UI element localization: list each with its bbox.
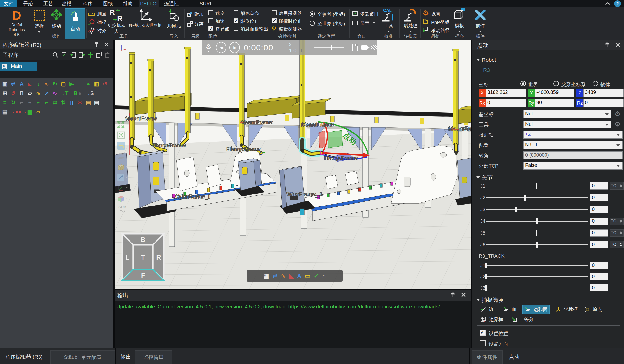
help-icon[interactable]: ?: [614, 0, 621, 7]
detach-button[interactable]: 分离: [187, 21, 193, 28]
editor-toolbar-icon[interactable]: ⌐: [43, 99, 50, 106]
swap-robot-button[interactable]: R R 更换机器人: [106, 8, 127, 34]
pin-icon[interactable]: [604, 42, 610, 47]
joint-slider[interactable]: [486, 265, 588, 266]
move-path-button[interactable]: 移动路径: [431, 27, 450, 34]
sub-tool[interactable]: SUB: [117, 205, 128, 216]
approach-axis-select[interactable]: +Z: [523, 131, 623, 139]
delete-icon[interactable]: [104, 52, 110, 58]
joint-slider[interactable]: [486, 276, 588, 277]
settings-button[interactable]: 设置: [431, 11, 441, 17]
menu-drawing[interactable]: 图纸: [102, 0, 114, 7]
joint-value-input[interactable]: 0: [590, 241, 608, 248]
set-position-checkbox[interactable]: [480, 330, 486, 336]
joint-slider-handle[interactable]: [485, 285, 487, 291]
menu-start[interactable]: 开始: [22, 0, 34, 7]
speed-multiplier[interactable]: x 1.0: [289, 41, 300, 54]
snap-section-header[interactable]: 捕捉选项: [476, 296, 503, 304]
joint-slider-handle[interactable]: [536, 219, 538, 224]
move-robot-world-button[interactable]: 移动机器人世界框: [129, 8, 162, 28]
menu-program[interactable]: 程序: [82, 0, 93, 7]
editor-toolbar-icon[interactable]: ↓: [35, 80, 42, 88]
y-input[interactable]: -4020.859: [535, 89, 574, 97]
editor-toolbar-icon[interactable]: ▤: [85, 99, 92, 106]
stop-on-collision-checkbox[interactable]: [272, 18, 277, 23]
joint-slider-handle[interactable]: [524, 195, 526, 201]
calibration-tools-button[interactable]: CAL 工具: [381, 8, 396, 33]
render-mode-icon[interactable]: [371, 45, 377, 50]
external-tcp-select[interactable]: False: [523, 162, 623, 169]
checklist-icon[interactable]: [61, 52, 67, 58]
menu-connectivity[interactable]: 连通性: [163, 0, 180, 7]
joint-slider[interactable]: [486, 186, 588, 186]
accel-checkbox[interactable]: [208, 18, 213, 23]
viewport-tool-icon[interactable]: ⌂: [322, 273, 326, 279]
tab-component-properties[interactable]: 组件属性: [472, 350, 503, 364]
coord-parent-radio[interactable]: [553, 81, 559, 86]
editor-toolbar-icon[interactable]: S: [77, 99, 83, 106]
snap-origin-button[interactable]: 原点: [582, 305, 604, 314]
editor-toolbar-icon[interactable]: ▣: [1, 80, 8, 88]
viewcube-left[interactable]: L: [125, 254, 130, 261]
rewind-button[interactable]: [216, 42, 226, 53]
pin-icon[interactable]: [94, 42, 99, 47]
tab-output[interactable]: 输出: [118, 350, 133, 364]
editor-toolbar-icon[interactable]: ⇅: [60, 99, 67, 106]
editor-toolbar-icon[interactable]: ▯: [68, 99, 75, 106]
edit-detector-button[interactable]: 编辑探测器: [279, 26, 302, 32]
singularity-checkbox[interactable]: [208, 26, 213, 31]
editor-toolbar-icon[interactable]: ↺: [102, 80, 108, 88]
joint-to-button[interactable]: TO: [610, 241, 624, 248]
viewcube-right[interactable]: R: [156, 254, 161, 261]
joint-slider-handle[interactable]: [485, 263, 487, 268]
geometry-button[interactable]: 几何元: [166, 8, 182, 29]
editor-toolbar-icon[interactable]: ▢: [60, 80, 67, 88]
snap-bbox-button[interactable]: 边界框: [478, 316, 505, 324]
to-reference-radio[interactable]: [310, 11, 315, 17]
editor-toolbar-icon[interactable]: ↻: [52, 80, 58, 88]
copy-icon[interactable]: [96, 52, 102, 58]
editor-toolbar-icon[interactable]: ⇄: [52, 99, 58, 106]
select-button[interactable]: 选择: [33, 9, 46, 34]
editor-toolbar-icon[interactable]: ↺: [10, 90, 17, 97]
editor-toolbar-icon[interactable]: ⌐: [18, 99, 25, 106]
coord-object-radio[interactable]: [593, 81, 598, 86]
joint-slider[interactable]: [486, 288, 588, 288]
editor-toolbar-icon[interactable]: ⊞: [1, 90, 8, 97]
joint-value-input[interactable]: 0: [590, 284, 608, 292]
config-select[interactable]: N U T: [523, 141, 623, 149]
editor-toolbar-icon[interactable]: A: [18, 80, 25, 88]
ry-input[interactable]: 90: [535, 99, 574, 107]
plugins-button[interactable]: 插件: [472, 8, 488, 33]
snap-face-button[interactable]: 面: [501, 305, 518, 314]
tab-staubli-cell-config[interactable]: Stäubli 单元配置: [50, 350, 115, 364]
view-cube[interactable]: B L T R F: [122, 234, 164, 280]
editor-toolbar-icon[interactable]: ▤: [1, 108, 8, 116]
base-frame-gear-icon[interactable]: [615, 111, 620, 117]
set-orientation-checkbox[interactable]: [480, 341, 486, 346]
viewcube-back[interactable]: B: [141, 236, 145, 243]
viewcube-front[interactable]: F: [141, 272, 145, 279]
limit-stop-checkbox[interactable]: [234, 18, 238, 23]
editor-toolbar-icon[interactable]: ●: [85, 80, 92, 88]
editor-toolbar-icon[interactable]: ∿: [52, 90, 58, 97]
viewport-tool-icon[interactable]: ▭: [305, 273, 311, 279]
viewport-tool-icon[interactable]: A: [297, 273, 301, 279]
joint-slider[interactable]: [486, 245, 588, 245]
viewport-3d[interactable]: 点动 MountFrame MountFrame MountFrame Moun…: [115, 40, 471, 289]
pin-icon[interactable]: [450, 292, 455, 298]
tool-gear-icon[interactable]: [615, 121, 620, 127]
viewport-tool-icon[interactable]: ∿: [281, 273, 286, 279]
shaded-cube-icon[interactable]: [117, 163, 128, 171]
display-button[interactable]: 显示: [352, 20, 358, 27]
joint-value-input[interactable]: 0: [590, 206, 608, 213]
editor-toolbar-icon[interactable]: ¬: [26, 99, 33, 106]
measure-button[interactable]: 测量: [88, 11, 95, 18]
template-button[interactable]: 模板: [451, 8, 468, 33]
update-message[interactable]: Update available. Current version: 4.5.0…: [117, 304, 440, 310]
editor-toolbar-icon[interactable]: ▶: [68, 80, 75, 88]
editor-toolbar-icon[interactable]: →T: [60, 90, 67, 97]
search-icon[interactable]: [52, 52, 59, 58]
ribbon-collapse-icon[interactable]: [605, 1, 611, 7]
snap-edge-face-button[interactable]: 边和面: [522, 305, 550, 314]
